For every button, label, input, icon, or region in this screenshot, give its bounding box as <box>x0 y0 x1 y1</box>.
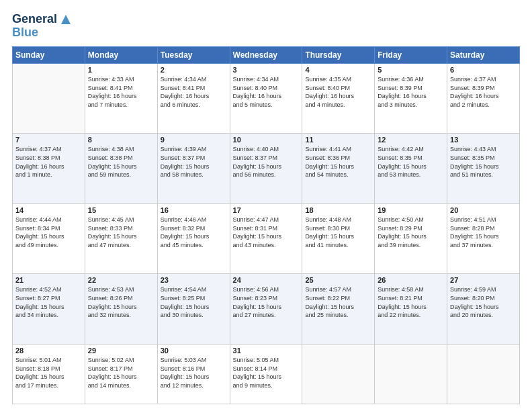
calendar-cell: 24Sunrise: 4:56 AM Sunset: 8:23 PM Dayli… <box>230 274 302 344</box>
day-number: 4 <box>305 66 371 74</box>
day-number: 16 <box>161 206 227 214</box>
logo: General Blue <box>12 12 73 40</box>
calendar-cell <box>375 344 447 404</box>
week-row-5: 28Sunrise: 5:01 AM Sunset: 8:18 PM Dayli… <box>13 344 520 404</box>
weekday-header-row: SundayMondayTuesdayWednesdayThursdayFrid… <box>13 47 520 64</box>
calendar-cell: 23Sunrise: 4:54 AM Sunset: 8:25 PM Dayli… <box>157 274 230 344</box>
calendar-cell: 29Sunrise: 5:02 AM Sunset: 8:17 PM Dayli… <box>85 344 157 404</box>
day-info: Sunrise: 4:51 AM Sunset: 8:28 PM Dayligh… <box>450 216 517 249</box>
day-info: Sunrise: 4:35 AM Sunset: 8:40 PM Dayligh… <box>305 75 371 109</box>
day-number: 19 <box>378 206 444 214</box>
svg-marker-0 <box>61 15 71 24</box>
weekday-header-monday: Monday <box>85 47 157 64</box>
calendar-cell: 19Sunrise: 4:50 AM Sunset: 8:29 PM Dayli… <box>375 203 447 273</box>
calendar-cell: 5Sunrise: 4:36 AM Sunset: 8:39 PM Daylig… <box>375 64 447 134</box>
day-number: 20 <box>450 206 517 214</box>
day-number: 23 <box>161 276 227 284</box>
day-info: Sunrise: 4:33 AM Sunset: 8:41 PM Dayligh… <box>88 75 154 109</box>
day-info: Sunrise: 4:57 AM Sunset: 8:22 PM Dayligh… <box>305 285 371 319</box>
day-number: 27 <box>450 276 517 284</box>
calendar-cell: 1Sunrise: 4:33 AM Sunset: 8:41 PM Daylig… <box>85 64 157 134</box>
calendar-cell: 2Sunrise: 4:34 AM Sunset: 8:41 PM Daylig… <box>157 64 230 134</box>
day-number: 30 <box>161 347 227 355</box>
week-row-4: 21Sunrise: 4:52 AM Sunset: 8:27 PM Dayli… <box>13 274 520 344</box>
header: General Blue <box>12 12 520 40</box>
calendar-table: SundayMondayTuesdayWednesdayThursdayFrid… <box>12 46 520 404</box>
calendar-cell: 27Sunrise: 4:59 AM Sunset: 8:20 PM Dayli… <box>447 274 520 344</box>
calendar-cell: 31Sunrise: 5:05 AM Sunset: 8:14 PM Dayli… <box>230 344 302 404</box>
logo-text: General Blue <box>12 12 73 40</box>
day-number: 28 <box>15 347 82 355</box>
day-info: Sunrise: 4:52 AM Sunset: 8:27 PM Dayligh… <box>15 285 82 319</box>
logo-word: General <box>12 13 57 26</box>
day-info: Sunrise: 4:34 AM Sunset: 8:41 PM Dayligh… <box>161 75 227 109</box>
weekday-header-sunday: Sunday <box>13 47 85 64</box>
day-info: Sunrise: 5:01 AM Sunset: 8:18 PM Dayligh… <box>15 356 82 390</box>
day-info: Sunrise: 4:43 AM Sunset: 8:35 PM Dayligh… <box>450 145 517 179</box>
logo-blue: Blue <box>12 26 73 40</box>
calendar-cell: 9Sunrise: 4:39 AM Sunset: 8:37 PM Daylig… <box>157 134 230 203</box>
day-number: 11 <box>305 136 371 144</box>
calendar-cell: 30Sunrise: 5:03 AM Sunset: 8:16 PM Dayli… <box>157 344 230 404</box>
weekday-header-tuesday: Tuesday <box>157 47 230 64</box>
calendar-cell: 15Sunrise: 4:45 AM Sunset: 8:33 PM Dayli… <box>85 203 157 273</box>
day-number: 17 <box>233 206 300 214</box>
calendar-cell: 3Sunrise: 4:34 AM Sunset: 8:40 PM Daylig… <box>230 64 302 134</box>
week-row-2: 7Sunrise: 4:37 AM Sunset: 8:38 PM Daylig… <box>13 134 520 203</box>
calendar-cell: 17Sunrise: 4:47 AM Sunset: 8:31 PM Dayli… <box>230 203 302 273</box>
day-info: Sunrise: 4:54 AM Sunset: 8:25 PM Dayligh… <box>161 285 227 319</box>
day-number: 15 <box>88 206 154 214</box>
day-info: Sunrise: 4:48 AM Sunset: 8:30 PM Dayligh… <box>305 216 371 249</box>
calendar-cell: 14Sunrise: 4:44 AM Sunset: 8:34 PM Dayli… <box>13 203 85 273</box>
weekday-header-wednesday: Wednesday <box>230 47 302 64</box>
day-info: Sunrise: 4:39 AM Sunset: 8:37 PM Dayligh… <box>161 145 227 179</box>
day-info: Sunrise: 4:59 AM Sunset: 8:20 PM Dayligh… <box>450 285 517 319</box>
calendar-cell: 26Sunrise: 4:58 AM Sunset: 8:21 PM Dayli… <box>375 274 447 344</box>
day-info: Sunrise: 4:58 AM Sunset: 8:21 PM Dayligh… <box>378 285 444 319</box>
day-info: Sunrise: 4:36 AM Sunset: 8:39 PM Dayligh… <box>378 75 444 109</box>
weekday-header-saturday: Saturday <box>447 47 520 64</box>
day-number: 26 <box>378 276 444 284</box>
calendar-cell: 11Sunrise: 4:41 AM Sunset: 8:36 PM Dayli… <box>302 134 375 203</box>
day-number: 1 <box>88 66 154 74</box>
day-info: Sunrise: 4:53 AM Sunset: 8:26 PM Dayligh… <box>88 285 154 319</box>
day-info: Sunrise: 4:45 AM Sunset: 8:33 PM Dayligh… <box>88 216 154 249</box>
day-number: 31 <box>233 347 300 355</box>
day-number: 14 <box>15 206 82 214</box>
day-number: 12 <box>378 136 444 144</box>
day-number: 29 <box>88 347 154 355</box>
calendar-cell: 21Sunrise: 4:52 AM Sunset: 8:27 PM Dayli… <box>13 274 85 344</box>
day-info: Sunrise: 4:40 AM Sunset: 8:37 PM Dayligh… <box>233 145 300 179</box>
day-info: Sunrise: 5:02 AM Sunset: 8:17 PM Dayligh… <box>88 356 154 390</box>
day-info: Sunrise: 4:37 AM Sunset: 8:39 PM Dayligh… <box>450 75 517 109</box>
calendar-cell: 28Sunrise: 5:01 AM Sunset: 8:18 PM Dayli… <box>13 344 85 404</box>
day-info: Sunrise: 4:50 AM Sunset: 8:29 PM Dayligh… <box>378 216 444 249</box>
day-info: Sunrise: 4:34 AM Sunset: 8:40 PM Dayligh… <box>233 75 300 109</box>
calendar-cell: 8Sunrise: 4:38 AM Sunset: 8:38 PM Daylig… <box>85 134 157 203</box>
day-info: Sunrise: 5:05 AM Sunset: 8:14 PM Dayligh… <box>233 356 300 390</box>
calendar-cell <box>447 344 520 404</box>
day-number: 10 <box>233 136 300 144</box>
calendar-cell <box>302 344 375 404</box>
day-number: 24 <box>233 276 300 284</box>
day-number: 13 <box>450 136 517 144</box>
day-info: Sunrise: 5:03 AM Sunset: 8:16 PM Dayligh… <box>161 356 227 390</box>
calendar-cell <box>13 64 85 134</box>
week-row-1: 1Sunrise: 4:33 AM Sunset: 8:41 PM Daylig… <box>13 64 520 134</box>
weekday-header-friday: Friday <box>375 47 447 64</box>
calendar-cell: 12Sunrise: 4:42 AM Sunset: 8:35 PM Dayli… <box>375 134 447 203</box>
calendar-cell: 18Sunrise: 4:48 AM Sunset: 8:30 PM Dayli… <box>302 203 375 273</box>
day-number: 9 <box>161 136 227 144</box>
day-number: 18 <box>305 206 371 214</box>
calendar-cell: 20Sunrise: 4:51 AM Sunset: 8:28 PM Dayli… <box>447 203 520 273</box>
day-number: 2 <box>161 66 227 74</box>
page: General Blue SundayMondayTuesdayWednesda… <box>0 0 532 411</box>
day-info: Sunrise: 4:46 AM Sunset: 8:32 PM Dayligh… <box>161 216 227 249</box>
day-number: 8 <box>88 136 154 144</box>
calendar-cell: 16Sunrise: 4:46 AM Sunset: 8:32 PM Dayli… <box>157 203 230 273</box>
day-number: 21 <box>15 276 82 284</box>
day-number: 3 <box>233 66 300 74</box>
day-info: Sunrise: 4:38 AM Sunset: 8:38 PM Dayligh… <box>88 145 154 179</box>
day-info: Sunrise: 4:47 AM Sunset: 8:31 PM Dayligh… <box>233 216 300 249</box>
day-info: Sunrise: 4:37 AM Sunset: 8:38 PM Dayligh… <box>15 145 82 179</box>
